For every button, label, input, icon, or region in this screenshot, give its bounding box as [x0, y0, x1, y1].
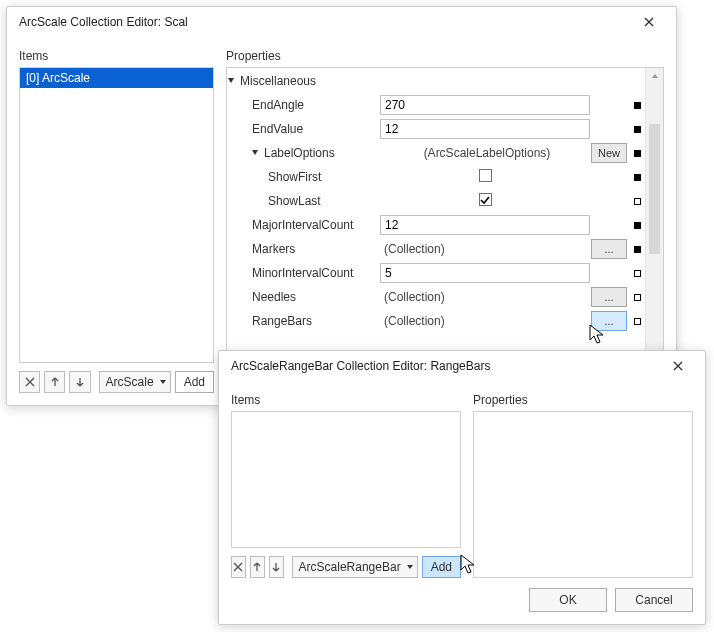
prop-value[interactable]: [380, 93, 591, 117]
type-dropdown-label: ArcScaleRangeBar: [299, 560, 401, 574]
titlebar[interactable]: ArcScaleRangeBar Collection Editor: Rang…: [219, 351, 705, 381]
expand-icon[interactable]: [252, 150, 258, 155]
advanced-marker-icon[interactable]: [634, 222, 641, 229]
items-label: Items: [231, 393, 461, 407]
prop-input[interactable]: [380, 263, 590, 283]
advanced-marker-icon[interactable]: [634, 102, 641, 109]
prop-name: MinorIntervalCount: [228, 261, 380, 285]
advanced-marker-icon[interactable]: [634, 246, 641, 253]
collection-editor-rangebars: ArcScaleRangeBar Collection Editor: Rang…: [218, 350, 706, 625]
items-listbox[interactable]: [0] ArcScale: [19, 67, 214, 363]
prop-name: Needles: [228, 285, 380, 309]
advanced-marker-icon[interactable]: [634, 294, 641, 301]
prop-input[interactable]: [380, 215, 590, 235]
list-item[interactable]: [0] ArcScale: [20, 68, 213, 88]
prop-name: ShowLast: [228, 189, 380, 213]
prop-value: (ArcScaleLabelOptions): [380, 141, 591, 165]
prop-value: (Collection): [380, 285, 591, 309]
prop-input[interactable]: [380, 119, 590, 139]
prop-readonly: (Collection): [380, 290, 445, 304]
window-title: ArcScaleRangeBar Collection Editor: Rang…: [231, 359, 490, 373]
group-header[interactable]: Miscellaneous: [228, 69, 645, 93]
move-up-button[interactable]: [250, 556, 265, 578]
close-icon[interactable]: [632, 11, 666, 33]
vertical-scrollbar[interactable]: [645, 68, 663, 392]
move-down-button[interactable]: [269, 556, 284, 578]
property-grid[interactable]: [473, 411, 693, 578]
scroll-thumb[interactable]: [649, 124, 660, 254]
advanced-marker-icon[interactable]: [634, 198, 641, 205]
properties-label: Properties: [473, 393, 693, 407]
property-grid[interactable]: MiscellaneousEndAngleEndValueLabelOption…: [227, 68, 645, 392]
remove-button[interactable]: [19, 371, 40, 393]
type-dropdown-label: ArcScale: [106, 375, 154, 389]
advanced-marker-icon[interactable]: [634, 270, 641, 277]
expand-icon[interactable]: [228, 78, 234, 83]
close-icon[interactable]: [661, 355, 695, 377]
advanced-marker-icon[interactable]: [634, 174, 641, 181]
collection-editor-scales: ArcScale Collection Editor: Scal Items […: [6, 6, 677, 406]
prop-value: (Collection): [380, 309, 591, 333]
prop-value[interactable]: [380, 165, 591, 189]
scroll-up-icon[interactable]: [646, 68, 663, 84]
prop-value[interactable]: [380, 261, 591, 285]
prop-readonly: (ArcScaleLabelOptions): [380, 146, 590, 160]
properties-label: Properties: [226, 49, 664, 63]
window-title: ArcScale Collection Editor: Scal: [19, 15, 188, 29]
prop-input[interactable]: [380, 95, 590, 115]
remove-button[interactable]: [231, 556, 246, 578]
chevron-down-icon: [407, 565, 413, 569]
prop-name: RangeBars: [228, 309, 380, 333]
prop-readonly: (Collection): [380, 242, 445, 256]
ellipsis-button[interactable]: ...: [591, 239, 627, 259]
ok-button[interactable]: OK: [529, 588, 607, 612]
checkbox[interactable]: [479, 169, 492, 182]
prop-name: EndValue: [228, 117, 380, 141]
cancel-button[interactable]: Cancel: [615, 588, 693, 612]
prop-name: EndAngle: [228, 93, 380, 117]
new-button[interactable]: New: [591, 143, 627, 163]
prop-value[interactable]: [380, 213, 591, 237]
prop-name: Markers: [228, 237, 380, 261]
ellipsis-button[interactable]: ...: [591, 311, 627, 331]
type-dropdown[interactable]: ArcScaleRangeBar: [292, 556, 418, 578]
prop-name: MajorIntervalCount: [228, 213, 380, 237]
advanced-marker-icon[interactable]: [634, 150, 641, 157]
move-down-button[interactable]: [69, 371, 90, 393]
prop-name: LabelOptions: [228, 141, 380, 165]
checkbox[interactable]: [479, 193, 492, 206]
add-button[interactable]: Add: [175, 371, 214, 393]
add-button[interactable]: Add: [422, 556, 461, 578]
move-up-button[interactable]: [44, 371, 65, 393]
ellipsis-button[interactable]: ...: [591, 287, 627, 307]
advanced-marker-icon[interactable]: [634, 318, 641, 325]
prop-readonly: (Collection): [380, 314, 445, 328]
prop-value[interactable]: [380, 117, 591, 141]
items-label: Items: [19, 49, 214, 63]
prop-name: ShowFirst: [228, 165, 380, 189]
prop-value[interactable]: [380, 189, 591, 213]
advanced-marker-icon[interactable]: [634, 126, 641, 133]
titlebar[interactable]: ArcScale Collection Editor: Scal: [7, 7, 676, 37]
chevron-down-icon: [160, 380, 166, 384]
prop-value: (Collection): [380, 237, 591, 261]
items-listbox[interactable]: [231, 411, 461, 548]
type-dropdown[interactable]: ArcScale: [99, 371, 171, 393]
